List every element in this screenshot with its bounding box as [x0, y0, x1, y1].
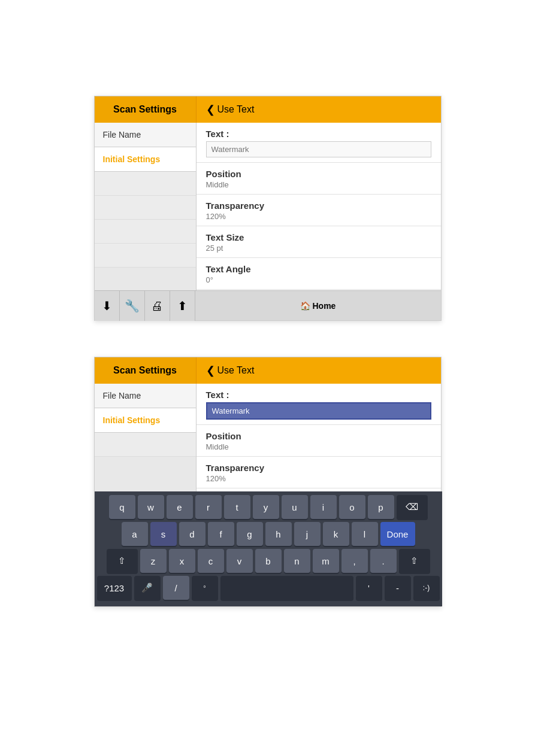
screen1-body: File Name Initial Settings Text : Positi…: [95, 123, 441, 290]
transparency-row[interactable]: Transparency 120%: [197, 195, 441, 226]
text-size-row[interactable]: Text Size 25 pt: [197, 226, 441, 258]
key-s[interactable]: s: [150, 522, 177, 546]
screen2-position-label: Position: [206, 431, 431, 441]
key-e[interactable]: e: [167, 495, 193, 519]
text-row: Text :: [197, 123, 441, 163]
done-key[interactable]: Done: [380, 522, 415, 546]
screen2-position-value: Middle: [206, 442, 431, 451]
transparency-label: Transparency: [206, 201, 431, 211]
text-angle-value: 0°: [206, 275, 431, 284]
sidebar-spacer2: [95, 196, 196, 220]
text-angle-label: Text Angle: [206, 264, 431, 274]
key-h[interactable]: h: [265, 522, 292, 546]
sidebar2: File Name Initial Settings: [95, 384, 197, 491]
screen2-content: Text : Position Middle Transparency 120%: [197, 384, 441, 491]
key-c[interactable]: c: [198, 549, 224, 573]
key-w[interactable]: w: [138, 495, 164, 519]
key-t[interactable]: t: [224, 495, 250, 519]
text-input[interactable]: [206, 141, 431, 157]
key-m[interactable]: m: [313, 549, 339, 573]
key-p[interactable]: p: [368, 495, 394, 519]
use-text-title[interactable]: ❮ Use Text: [197, 96, 441, 123]
key-degree[interactable]: °: [192, 576, 218, 600]
print-btn[interactable]: 🖨: [145, 291, 170, 321]
screen2-sidebar-item-initial-settings[interactable]: Initial Settings: [95, 408, 196, 433]
screen2-body: File Name Initial Settings Text : Positi…: [95, 384, 441, 491]
screen2-text-input[interactable]: [206, 402, 431, 420]
upload-btn[interactable]: ⬆: [170, 291, 195, 321]
key-period[interactable]: .: [370, 549, 397, 573]
screen2-use-text-label: Use Text: [217, 365, 255, 376]
home-icon: 🏠: [300, 301, 310, 311]
key-smiley[interactable]: :-): [413, 576, 440, 600]
key-v[interactable]: v: [226, 549, 253, 573]
screen1-left-title: Scan Settings: [113, 104, 177, 115]
key-l[interactable]: l: [352, 522, 378, 546]
download-btn[interactable]: ⬇: [95, 291, 120, 321]
screen2-transparency-row[interactable]: Transparency 120%: [197, 457, 441, 488]
screen2-transparency-value: 120%: [206, 474, 431, 483]
sidebar-item-filename[interactable]: File Name: [95, 123, 196, 147]
transparency-value: 120%: [206, 212, 431, 221]
backspace-key[interactable]: ⌫: [397, 495, 428, 519]
key-slash[interactable]: /: [163, 576, 189, 600]
sidebar-spacer1: [95, 172, 196, 196]
key-u[interactable]: u: [282, 495, 308, 519]
screen2-transparency-label: Transparency: [206, 463, 431, 473]
position-value: Middle: [206, 180, 431, 189]
screen2-scan-settings-title: Scan Settings: [95, 357, 197, 384]
screen2-header: Scan Settings ❮ Use Text: [95, 357, 441, 384]
key-z[interactable]: z: [140, 549, 167, 573]
back-arrow-icon: ❮: [206, 103, 215, 116]
keyboard-row-3: ⇧ z x c v b n m , . ⇧: [97, 549, 440, 573]
text-size-label: Text Size: [206, 232, 431, 242]
sidebar-item-initial-settings[interactable]: Initial Settings: [95, 147, 196, 172]
screen2-left-title: Scan Settings: [113, 365, 177, 376]
keyboard-row-1: q w e r t y u i o p ⌫: [97, 495, 440, 519]
key-g[interactable]: g: [237, 522, 263, 546]
shift-left-key[interactable]: ⇧: [107, 549, 138, 573]
key-d[interactable]: d: [179, 522, 205, 546]
use-text-label: Use Text: [217, 104, 255, 115]
key-i[interactable]: i: [310, 495, 337, 519]
key-apos[interactable]: ': [356, 576, 382, 600]
key-q[interactable]: q: [109, 495, 135, 519]
text-angle-row[interactable]: Text Angle 0°: [197, 258, 441, 290]
key-comma[interactable]: ,: [341, 549, 368, 573]
text-label: Text :: [206, 129, 431, 139]
shift-right-key[interactable]: ⇧: [399, 549, 430, 573]
home-label: Home: [312, 301, 335, 311]
space-key[interactable]: [220, 576, 353, 600]
key-dash[interactable]: -: [385, 576, 411, 600]
key-a[interactable]: a: [122, 522, 148, 546]
screen1-footer: ⬇ 🔧 🖨 ⬆ 🏠 Home: [95, 290, 441, 320]
screen2-position-row[interactable]: Position Middle: [197, 425, 441, 457]
screen2-back-arrow-icon: ❮: [206, 364, 215, 377]
sidebar1: File Name Initial Settings: [95, 123, 197, 290]
screen2-sidebar-item-filename[interactable]: File Name: [95, 384, 196, 408]
sidebar-spacer3: [95, 220, 196, 244]
key-f[interactable]: f: [208, 522, 234, 546]
num-sym-key[interactable]: ?123: [97, 576, 132, 600]
key-x[interactable]: x: [169, 549, 195, 573]
key-b[interactable]: b: [255, 549, 282, 573]
position-label: Position: [206, 169, 431, 179]
screen2-text-label: Text :: [206, 390, 431, 400]
mic-key[interactable]: 🎤: [134, 576, 161, 600]
keyboard: q w e r t y u i o p ⌫ a s d f g h j k l …: [95, 491, 442, 606]
key-o[interactable]: o: [339, 495, 365, 519]
sidebar-spacer4: [95, 244, 196, 268]
key-k[interactable]: k: [323, 522, 349, 546]
key-j[interactable]: j: [294, 522, 321, 546]
home-btn[interactable]: 🏠 Home: [195, 291, 441, 320]
screen2: Scan Settings ❮ Use Text File Name Initi…: [94, 357, 442, 607]
screen1-content: Text : Position Middle Transparency 120%…: [197, 123, 441, 290]
screen2-text-row: Text :: [197, 384, 441, 425]
position-row[interactable]: Position Middle: [197, 163, 441, 195]
screen2-use-text-title[interactable]: ❮ Use Text: [197, 357, 441, 384]
screen1-header: Scan Settings ❮ Use Text: [95, 96, 441, 123]
key-y[interactable]: y: [253, 495, 279, 519]
key-n[interactable]: n: [284, 549, 310, 573]
settings-btn[interactable]: 🔧: [120, 291, 145, 321]
key-r[interactable]: r: [195, 495, 222, 519]
